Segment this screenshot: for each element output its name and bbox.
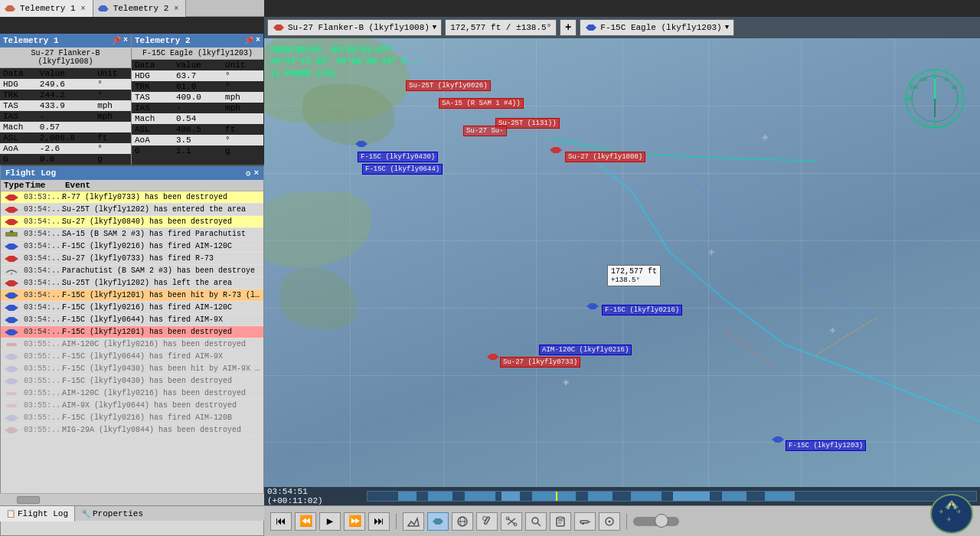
tool-clipboard[interactable] (550, 512, 571, 531)
svg-text:✈: ✈ (946, 516, 952, 523)
row-icon (1, 279, 22, 288)
flightlog-tab-label: Flight Log (18, 509, 68, 518)
list-item[interactable]: 03:55:... F-15C (lkyfly0216) has fired A… (1, 412, 263, 424)
row-time: 03:54:... (22, 266, 62, 275)
tool-search[interactable] (525, 512, 547, 531)
row-time: 03:55:... (22, 340, 62, 348)
horizontal-scrollbar[interactable] (0, 493, 264, 505)
tool-aircraft[interactable] (427, 512, 449, 531)
map-label-su27-0733[interactable]: Su-27 (lkyfly0733) (500, 357, 580, 368)
list-item[interactable]: 03:55:... F-15C (lkyfly0430) has been hi… (1, 363, 263, 375)
speed-slider-thumb[interactable] (655, 514, 668, 528)
tab-telemetry1-close[interactable]: × (79, 4, 88, 13)
list-item[interactable]: 03:55:... F-15C (lkyfly0644) has fired A… (1, 351, 263, 363)
map-label-su27-su[interactable]: Su-27 Su- (463, 126, 507, 136)
list-item[interactable]: 03:54:... F-15C (lkyfly0644) has fired A… (1, 314, 263, 326)
tab-telemetry2[interactable]: Telemetry 2 × (93, 0, 187, 17)
tab-telemetry1[interactable]: Telemetry 1 × (0, 0, 93, 17)
tool-map[interactable] (403, 512, 424, 531)
list-item[interactable]: 03:54:... F-15C (lkyfly1201) has been hi… (1, 289, 263, 302)
svg-rect-17 (6, 392, 17, 395)
bottom-tab-flightlog[interactable]: 📋 Flight Log (0, 506, 75, 521)
list-item[interactable]: 03:54:... Su-25T (lkyfly1202) has left t… (1, 277, 263, 289)
flight-log-columns: Type Time Event (1, 180, 263, 191)
tool-wrench[interactable] (476, 512, 498, 531)
map-label-su25t-026[interactable]: Su-25T (lkyfly0026) (406, 80, 491, 91)
tool-cut[interactable] (501, 512, 522, 531)
row-event: F-15C (lkyfly0216) has fired AIM-120C (62, 242, 263, 250)
tab-telemetry2-close[interactable]: × (172, 4, 181, 13)
svg-text:✈: ✈ (939, 508, 944, 515)
timeline-bar[interactable] (367, 491, 977, 502)
add-aircraft-button[interactable]: + (560, 19, 577, 36)
timeline[interactable]: 03:54:51 (+00:11:02) (264, 487, 980, 505)
table-row: IAS-mph (132, 103, 263, 113)
emblem: ✈ ✈ ✈ ★ ★ (929, 492, 974, 534)
step-forward-button[interactable]: ⏩ (344, 512, 365, 531)
scrollbar-thumb[interactable] (17, 496, 40, 504)
map-label-aim120c-0216[interactable]: AIM-120C (lkyfly0216) (539, 345, 632, 355)
list-item[interactable]: 03:55:... F-15C (lkyfly0430) has been de… (1, 375, 263, 387)
row-icon (1, 426, 22, 435)
map-label-su27-1008[interactable]: Su-27 (lkyfly1008) (565, 152, 645, 162)
step-back-button[interactable]: ⏪ (295, 512, 316, 531)
row-time: 03:55:... (22, 413, 62, 422)
row-event: F-15C (lkyfly1201) has been hit by R-73 … (62, 291, 263, 299)
list-item[interactable]: 03:55:... MIG-29A (lkyfly0844) has been … (1, 424, 263, 436)
flight-log-icon1[interactable]: ⚙ (246, 168, 251, 178)
telemetry1-close-btn[interactable]: × (123, 36, 128, 45)
row-time: 03:54:... (22, 315, 62, 324)
row-icon (1, 352, 22, 361)
map-label-f15c-0644[interactable]: F-15C (lkyfly0644) (362, 164, 443, 175)
tool-circle[interactable] (599, 512, 620, 531)
list-item[interactable]: 03:54:... Parachutist (B SAM 2 #3) has b… (1, 265, 263, 277)
aircraft1-dropdown-icon[interactable]: ▼ (433, 24, 436, 31)
terrain-4 (279, 268, 356, 329)
svg-marker-26 (487, 354, 499, 360)
list-item[interactable]: 03:54:... Su-27 (lkyfly0733) has fired R… (1, 253, 263, 265)
table-row: G1.1g (132, 145, 263, 156)
bottom-tab-properties[interactable]: 🔧 Properties (75, 506, 149, 521)
telemetry2-close-btn[interactable]: × (256, 36, 260, 45)
tool-globe[interactable] (452, 512, 473, 531)
map-label-f15c-1203[interactable]: F-15C (lkyfly1203) (786, 440, 866, 451)
aircraft1-selector[interactable]: Su-27 Flanker-B (lkyfly1008) ▼ (267, 19, 442, 36)
tool-weapon[interactable] (574, 512, 596, 531)
flight-log-close[interactable]: × (253, 168, 259, 178)
flight-log-body[interactable]: 03:53:... R-77 (lkyfly0733) has been des… (1, 191, 263, 535)
telemetry1-pin[interactable]: 📌 (112, 36, 121, 45)
aircraft2-selector[interactable]: F-15C Eagle (lkyfly1203) ▼ (580, 19, 734, 36)
map-label-f15c-0216[interactable]: F-15C (lkyfly0216) (602, 305, 682, 315)
svg-marker-24 (355, 141, 368, 147)
play-button[interactable]: ▶ (319, 512, 341, 531)
table-row: IAS-mph (0, 111, 131, 122)
telemetry2-pin[interactable]: 📌 (244, 36, 253, 45)
map-label-sa15-r1[interactable]: SA-15 (R SAM 1 #4)) (439, 98, 524, 109)
flight-log-header: Flight Log ⚙ × (1, 166, 263, 180)
list-item[interactable]: 03:55:... AIM-120C (lkyfly0216) has been… (1, 387, 263, 400)
map-label-f15c-0430[interactable]: F-15C (lkyfly0430) (358, 152, 438, 162)
list-item[interactable]: 03:53:... R-77 (lkyfly0733) has been des… (1, 191, 263, 204)
divider-1 (396, 514, 397, 529)
map-toolbar: Su-27 Flanker-B (lkyfly1008) ▼ 172,577 f… (264, 17, 980, 38)
table-row: Mach0.57 (0, 122, 131, 132)
aircraft2-dropdown-icon[interactable]: ▼ (725, 24, 729, 31)
list-item[interactable]: 03:55:... AIM-120C (lkyfly0216) has been… (1, 338, 263, 351)
list-item[interactable]: 03:55:... AIM-9X (lkyfly0644) has been d… (1, 400, 263, 412)
list-item[interactable]: 03:54:... Su-25T (lkyfly1202) has entere… (1, 204, 263, 216)
divider-2 (626, 514, 627, 529)
properties-tab-label: Properties (93, 509, 143, 518)
list-item[interactable]: 03:54:... F-15C (lkyfly1201) has been de… (1, 326, 263, 338)
row-event: F-15C (lkyfly0644) has fired AIM-9X (62, 315, 263, 324)
speed-slider[interactable] (633, 517, 679, 526)
row-time: 03:54:... (22, 279, 62, 287)
svg-marker-0 (5, 194, 18, 201)
svg-text:60: 60 (952, 84, 958, 90)
map-area[interactable]: Su-27 Flanker-B (lkyfly1008) ▼ 172,577 f… (264, 17, 980, 536)
skip-forward-button[interactable]: ⏭ (368, 512, 390, 531)
list-item[interactable]: 03:54:... F-15C (lkyfly0216) has fired A… (1, 302, 263, 314)
list-item[interactable]: 03:54:... SA-15 (B SAM 2 #3) has fired P… (1, 228, 263, 240)
skip-back-button[interactable]: ⏮ (270, 512, 292, 531)
list-item[interactable]: 03:54:... F-15C (lkyfly0216) has fired A… (1, 240, 263, 253)
list-item[interactable]: 03:54:... Su-27 (lkyfly0840) has been de… (1, 216, 263, 228)
